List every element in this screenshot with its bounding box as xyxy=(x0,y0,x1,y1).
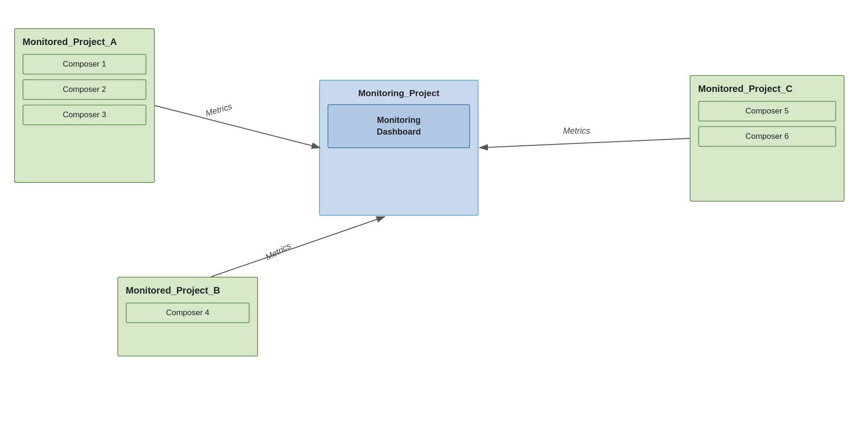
project-a-title: Monitored_Project_A xyxy=(23,37,146,47)
composer-1: Composer 1 xyxy=(23,54,146,75)
composer-5: Composer 5 xyxy=(698,101,836,121)
metrics-label-a: Metrics xyxy=(205,102,233,118)
composer-2: Composer 2 xyxy=(23,79,146,100)
project-c-title: Monitored_Project_C xyxy=(698,83,836,94)
project-a-box: Monitored_Project_A Composer 1 Composer … xyxy=(14,28,155,183)
project-b-box: Monitored_Project_B Composer 4 xyxy=(117,277,258,356)
metrics-label-b: Metrics xyxy=(264,241,292,262)
monitoring-project-box: Monitoring_Project MonitoringDashboard xyxy=(319,80,479,216)
diagram-container: Monitored_Project_A Composer 1 Composer … xyxy=(0,0,868,424)
project-b-title: Monitored_Project_B xyxy=(126,285,250,296)
arrow-a-to-monitoring xyxy=(155,106,320,148)
composer-4: Composer 4 xyxy=(126,303,250,323)
composer-6: Composer 6 xyxy=(698,126,836,147)
project-c-box: Monitored_Project_C Composer 5 Composer … xyxy=(690,75,845,202)
monitoring-dashboard-box: MonitoringDashboard xyxy=(327,104,470,148)
arrow-c-to-monitoring xyxy=(480,138,690,148)
arrow-b-to-monitoring xyxy=(211,217,385,277)
metrics-label-c: Metrics xyxy=(563,126,590,136)
composer-3: Composer 3 xyxy=(23,105,146,125)
monitoring-project-title: Monitoring_Project xyxy=(327,88,470,98)
